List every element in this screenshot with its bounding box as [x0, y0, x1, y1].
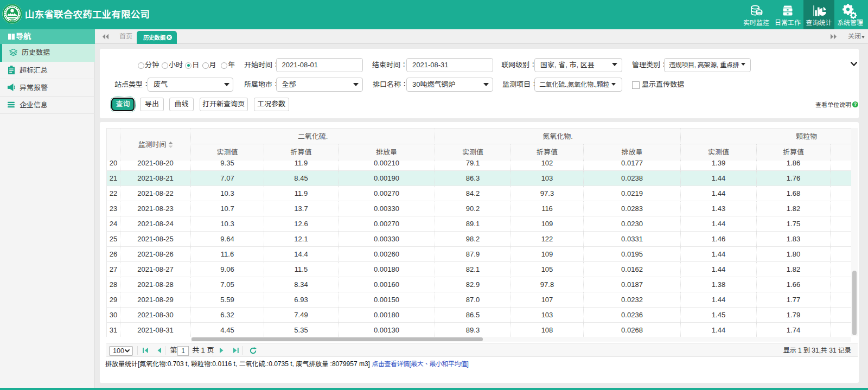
- svg-text:MEE: MEE: [9, 20, 15, 23]
